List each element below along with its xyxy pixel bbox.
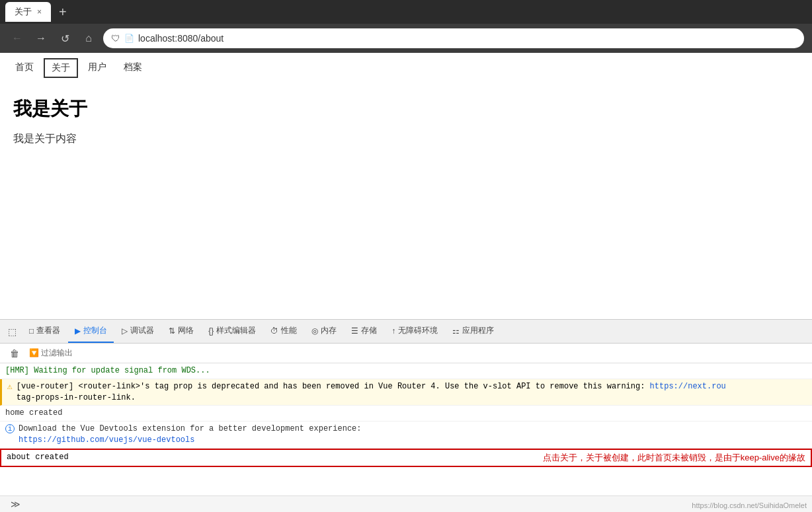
page-content: 我是关于 我是关于内容 xyxy=(0,83,812,159)
devtools-tab-memory[interactable]: ◎ 内存 xyxy=(305,320,343,343)
about-created-text: about created xyxy=(7,452,526,463)
tab-close-btn[interactable]: × xyxy=(37,7,42,17)
filter-label: 🔽 过滤输出 xyxy=(29,347,73,359)
page-title: 我是关于 xyxy=(13,96,799,122)
console-line-hmr: [HMR] Waiting for update signal from WDS… xyxy=(0,363,812,379)
devtools-tab-debugger[interactable]: ▷ 调试器 xyxy=(115,320,161,343)
shield-icon: 🛡 xyxy=(111,33,120,44)
devtools-tab-storage[interactable]: ☰ 存储 xyxy=(345,320,384,343)
hmr-text: [HMR] Waiting for update signal from WDS… xyxy=(5,365,807,377)
performance-label: 性能 xyxy=(281,325,297,336)
viewer-icon: □ xyxy=(29,326,34,336)
memory-icon: ◎ xyxy=(311,326,318,336)
url-text: localhost:8080/about xyxy=(138,33,223,44)
forward-button[interactable]: → xyxy=(32,29,50,48)
warn-icon: ⚠ xyxy=(7,381,13,393)
devtools-tab-style-editor[interactable]: {} 样式编辑器 xyxy=(202,320,263,343)
console-icon: ▶ xyxy=(75,326,81,336)
application-label: 应用程序 xyxy=(462,325,494,336)
warn-text: [vue-router] <router-link>'s tag prop is… xyxy=(17,381,807,404)
address-bar[interactable]: 🛡 📄 localhost:8080/about xyxy=(103,28,804,48)
accessibility-icon: ↑ xyxy=(391,326,395,336)
network-icon: ⇅ xyxy=(169,326,175,336)
nav-about[interactable]: 关于 xyxy=(44,58,78,78)
page-body: 我是关于内容 xyxy=(13,132,799,146)
console-line-about-created: about created 点击关于，关于被创建，此时首页未被销毁，是由于kee… xyxy=(0,449,812,467)
back-button[interactable]: ← xyxy=(8,29,26,48)
devtools-panel: ⬚ □ 查看器 ▶ 控制台 ▷ 调试器 ⇅ 网络 {} 样式编辑器 ⏱ 性能 ◎… xyxy=(0,319,812,512)
performance-icon: ⏱ xyxy=(270,326,278,336)
home-button[interactable]: ⌂ xyxy=(79,29,98,48)
app-navigation: 首页 关于 用户 档案 xyxy=(0,53,812,83)
devtools-link[interactable]: https://github.com/vuejs/vue-devtools xyxy=(19,435,194,445)
devtools-tab-console[interactable]: ▶ 控制台 xyxy=(68,320,114,343)
storage-icon: ☰ xyxy=(351,326,358,336)
network-label: 网络 xyxy=(178,325,194,336)
nav-archive[interactable]: 档案 xyxy=(116,58,149,78)
devtools-footer: ≫ xyxy=(0,495,812,512)
devtools-inspect-btn[interactable]: ⬚ xyxy=(3,322,21,341)
devtools-text: Download the Vue Devtools extension for … xyxy=(19,423,807,446)
console-label: 控制台 xyxy=(83,325,107,336)
devtools-tab-viewer[interactable]: □ 查看器 xyxy=(22,320,67,343)
devtools-tab-accessibility[interactable]: ↑ 无障碍环境 xyxy=(385,320,444,343)
warn-text-cont: tag-props-in-router-link. xyxy=(17,393,136,402)
style-editor-icon: {} xyxy=(208,326,214,336)
watermark: https://blog.csdn.net/SuihidaOmelet xyxy=(692,501,807,509)
page-icon: 📄 xyxy=(124,34,134,43)
debugger-icon: ▷ xyxy=(122,326,128,336)
style-editor-label: 样式编辑器 xyxy=(216,325,256,336)
accessibility-label: 无障碍环境 xyxy=(398,325,438,336)
home-created-text: home created xyxy=(5,408,807,419)
debugger-label: 调试器 xyxy=(130,325,154,336)
new-tab-btn[interactable]: + xyxy=(59,5,67,20)
console-line-home-created: home created xyxy=(0,406,812,421)
devtools-toolbar: 🗑 🔽 过滤输出 xyxy=(0,344,812,363)
console-line-warn: ⚠ [vue-router] <router-link>'s tag prop … xyxy=(0,379,812,406)
application-icon: ⚏ xyxy=(452,326,460,336)
storage-label: 存储 xyxy=(361,325,377,336)
console-line-devtools: i Download the Vue Devtools extension fo… xyxy=(0,421,812,449)
devtools-tab-network[interactable]: ⇅ 网络 xyxy=(162,320,200,343)
devtools-tabs: ⬚ □ 查看器 ▶ 控制台 ▷ 调试器 ⇅ 网络 {} 样式编辑器 ⏱ 性能 ◎… xyxy=(0,320,812,344)
expand-icon[interactable]: ≫ xyxy=(5,497,26,511)
memory-label: 内存 xyxy=(321,325,337,336)
clear-console-btn[interactable]: 🗑 xyxy=(5,344,24,363)
devtools-console[interactable]: [HMR] Waiting for update signal from WDS… xyxy=(0,363,812,495)
reload-button[interactable]: ↺ xyxy=(56,29,74,48)
devtools-tab-performance[interactable]: ⏱ 性能 xyxy=(264,320,304,343)
tab-title: 关于 xyxy=(15,6,32,18)
info-icon: i xyxy=(5,424,15,433)
active-tab[interactable]: 关于 × xyxy=(5,2,51,22)
nav-user[interactable]: 用户 xyxy=(81,58,114,78)
viewer-label: 查看器 xyxy=(36,325,60,336)
warn-link[interactable]: https://next.rou xyxy=(650,382,726,391)
browser-title-bar: 关于 × + xyxy=(0,0,812,24)
devtools-tab-application[interactable]: ⚏ 应用程序 xyxy=(446,320,501,343)
nav-home[interactable]: 首页 xyxy=(8,58,41,78)
annotation-text: 点击关于，关于被创建，此时首页未被销毁，是由于keep-alive的缘故 xyxy=(543,452,805,464)
browser-nav-bar: ← → ↺ ⌂ 🛡 📄 localhost:8080/about xyxy=(0,24,812,53)
